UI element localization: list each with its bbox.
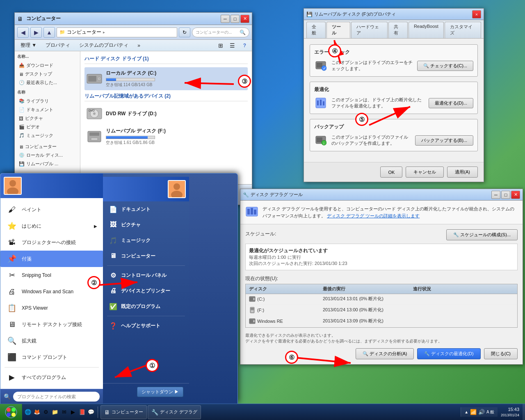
table-row[interactable]: (C:) 2013/01/24 13:01 (0% 断片化) [246, 294, 517, 305]
sidebar-item-videos[interactable]: 🎬 ビデオ [17, 123, 78, 131]
sidebar-item-libraries[interactable]: 📚 ライブラリ [17, 97, 78, 105]
sidebar-item-recent[interactable]: 🕐 最近表示した... [17, 78, 78, 87]
defrag-maximize-button[interactable]: □ [501, 191, 510, 199]
start-item-paint[interactable]: 🖌 ペイント [0, 201, 103, 218]
taskbar-chrome-icon[interactable]: ⚙ [42, 408, 50, 416]
right-pictures-icon: 🖼 [109, 220, 118, 229]
start-item-fax[interactable]: 🖨 Windows Fax and Scan [0, 283, 103, 300]
sidebar-item-music[interactable]: 🎵 ミュージック [17, 131, 78, 140]
defrag-schedule-config-button[interactable]: 🔧 スケジュールの構成(S)... [446, 229, 518, 240]
start-item-projector[interactable]: 📽 プロジェクターへの接続 [0, 234, 103, 251]
tab-general[interactable]: 全般 [306, 22, 326, 38]
local-disk-c-item[interactable]: ローカル ディスク (C:) 空き領域 114 GB/143 GB [84, 67, 248, 90]
system-properties-menu[interactable]: システムのプロパティ [75, 41, 132, 50]
start-item-xps[interactable]: 📋 XPS Viewer [0, 300, 103, 316]
tray-network-icon[interactable]: 📶 [470, 409, 477, 415]
organize-menu[interactable]: 整理 ▼ [16, 41, 41, 50]
cancel-button[interactable]: キャンセル [406, 167, 444, 178]
ok-button[interactable]: OK [380, 167, 402, 178]
tab-customize[interactable]: カスタマイズ [445, 22, 481, 38]
taskbar-media-icon[interactable]: ▶ [69, 408, 77, 416]
start-right-music[interactable]: 🎵 ミュージック [103, 233, 189, 248]
start-item-intro[interactable]: ⭐ はじめに ▶ [0, 218, 103, 234]
optimize-disk-button[interactable]: 🔧 ディスクの最適化(D) [417, 348, 480, 359]
properties-dialog: 💾 リムーバブル ディスク (F:)のプロパティ × 全般 ツール ハードウェア… [304, 8, 484, 182]
tray-ime[interactable]: A 般 [486, 409, 494, 415]
taskbar-chat-icon[interactable]: 💬 [87, 408, 95, 416]
explorer-minimize-button[interactable]: ─ [221, 15, 230, 23]
start-item-magnifier[interactable]: 🔍 拡大鏡 [0, 333, 103, 349]
close-defrag-button[interactable]: 閉じる(C) [484, 348, 518, 359]
properties-menu[interactable]: プロパティ [41, 41, 74, 50]
tab-readyboost[interactable]: ReadyBoost [409, 22, 444, 38]
removable-disk-f-item[interactable]: リムーバブル ディスク (F:) 空き領域 1.61 GB/1.86 GB [84, 125, 248, 148]
search-box[interactable]: コンピューターの... 🔍 [192, 27, 249, 37]
taskbar-clock[interactable]: 15:43 2013/01/24 [498, 406, 523, 419]
start-right-pictures[interactable]: 🖼 ピクチャ [103, 217, 189, 233]
start-item-snipping[interactable]: ✂ Snipping Tool [0, 267, 103, 283]
start-right-help[interactable]: ❓ ヘルプとサポート [103, 318, 189, 333]
view2-menu[interactable]: ☰ [227, 41, 237, 50]
tray-show-desktop[interactable]: ▲ [464, 410, 468, 414]
more-menu[interactable]: » [133, 41, 144, 50]
address-bar[interactable]: 📁 コンピューター ▸ [57, 27, 177, 37]
tab-hardware[interactable]: ハードウェア [351, 22, 388, 38]
system-tray: ▲ 📶 🔊 A 般 [461, 407, 498, 417]
sidebar-item-documents[interactable]: 📄 ドキュメント [17, 105, 78, 114]
svg-rect-35 [251, 310, 253, 312]
sidebar-item-local-disk[interactable]: 💿 ローカル ディス... [17, 151, 78, 160]
forward-button[interactable]: ▶ [30, 27, 42, 38]
optimize-button[interactable]: 最適化する(D)... [429, 98, 473, 108]
start-item-remote[interactable]: 🖥 リモート デスクトップ接続 [0, 316, 103, 333]
table-row[interactable]: Windows RE 2013/01/24 13:09 (0% 断片化) [246, 316, 517, 327]
start-item-sticky[interactable]: 📌 付箋 [0, 251, 103, 267]
start-right-default-programs[interactable]: ✅ 既定のプログラム [103, 299, 189, 314]
defrag-link[interactable]: ディスク デフラグ ツールの詳細を表示します [327, 213, 420, 218]
up-button[interactable]: ▲ [43, 27, 55, 38]
explorer-close-button[interactable]: ✕ [240, 15, 249, 23]
backup-button[interactable]: バックアップする(B)... [415, 135, 473, 146]
help-menu[interactable]: ? [239, 41, 250, 50]
start-right-documents[interactable]: 📄 ドキュメント [103, 201, 189, 217]
sidebar-item-removable[interactable]: 💾 リムーバブル ... [17, 160, 78, 168]
analyze-button[interactable]: 🔍 ディスクの分析(A) [356, 348, 414, 359]
xps-icon: 📋 [6, 302, 18, 314]
sidebar-item-computer[interactable]: 🖥 コンピューター [17, 142, 78, 151]
start-item-all-programs[interactable]: ▶ すべてのプログラム [0, 369, 103, 386]
view-menu[interactable]: ⊞ [216, 41, 226, 50]
refresh-button[interactable]: ↻ [179, 27, 190, 37]
taskbar-explorer-item[interactable]: 🖥 コンピューター [100, 405, 147, 419]
taskbar-mail-icon[interactable]: ✉ [60, 408, 68, 416]
defrag-status-label: 現在の状態(U): [245, 275, 518, 282]
start-item-cmd[interactable]: ⬛ コマンド プロンプト [0, 349, 103, 365]
defrag-minimize-button[interactable]: ─ [491, 191, 500, 199]
back-button[interactable]: ◀ [17, 27, 29, 38]
start-separator [5, 367, 99, 368]
shutdown-button[interactable]: シャットダウン ▶ [137, 387, 183, 397]
sidebar-item-desktop[interactable]: 🖥 デスクトップ [17, 70, 78, 78]
show-desktop-button[interactable] [523, 404, 525, 420]
defrag-table-header: ディスク 最後の実行 進行状況 [245, 284, 518, 294]
start-right-devices[interactable]: 🖨 デバイスとプリンター [103, 283, 189, 299]
sidebar-item-pictures[interactable]: 🖼 ピクチャ [17, 114, 78, 123]
taskbar-file-icon[interactable]: 📁 [51, 408, 59, 416]
error-check-button[interactable]: 🔍 チェックする(C)... [417, 61, 474, 71]
start-search-input[interactable] [13, 392, 100, 402]
dvd-drive-item[interactable]: DVD DVD RW ドライブ (D:) [84, 105, 248, 123]
tray-volume-icon[interactable]: 🔊 [478, 409, 485, 415]
explorer-maximize-button[interactable]: □ [231, 15, 240, 23]
taskbar-firefox-icon[interactable]: 🦊 [33, 408, 41, 416]
apply-button[interactable]: 適用(A) [447, 167, 478, 178]
taskbar-acrobat-icon[interactable]: 📕 [78, 408, 86, 416]
properties-close-button[interactable]: × [472, 10, 481, 18]
start-right-computer[interactable]: 🖥 コンピューター [103, 248, 189, 264]
start-button[interactable] [0, 404, 22, 420]
tab-tools[interactable]: ツール [326, 22, 350, 38]
tab-share[interactable]: 共有 [388, 22, 408, 38]
taskbar-ie-icon[interactable]: 🌐 [24, 408, 32, 416]
sidebar-item-downloads[interactable]: 📥 ダウンロード [17, 61, 78, 70]
start-right-control-panel[interactable]: ⚙ コントロール パネル [103, 267, 189, 283]
taskbar-defrag-item[interactable]: 🔧 ディスク デフラグ [148, 405, 201, 419]
table-row[interactable]: (F:) 2013/01/24 13:00 (0% 断片化) [246, 305, 517, 316]
defrag-close-button[interactable]: ✕ [511, 191, 520, 199]
